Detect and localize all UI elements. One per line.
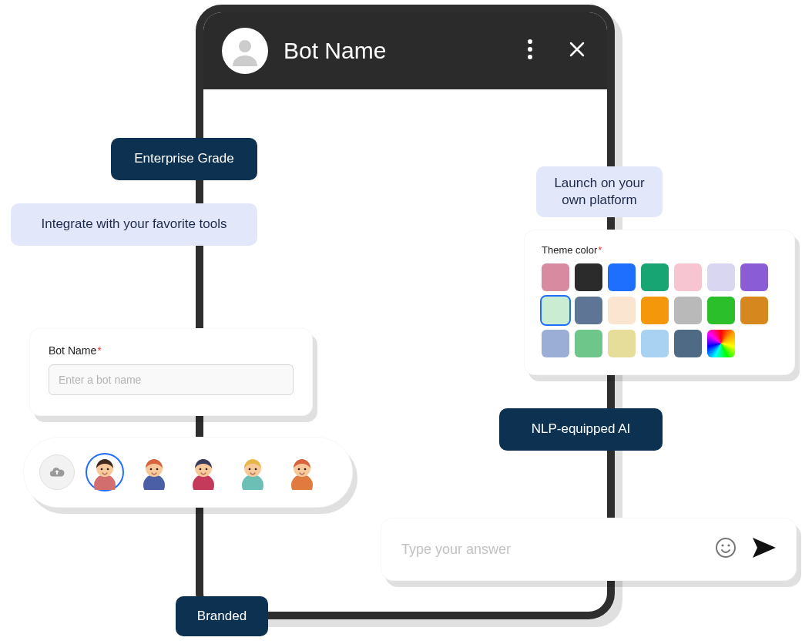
badge-integrate: Integrate with your favorite tools	[11, 203, 257, 246]
botname-label: Bot Name*	[49, 344, 294, 357]
color-swatch[interactable]	[542, 297, 569, 324]
color-swatch[interactable]	[608, 297, 636, 324]
close-icon[interactable]	[565, 38, 589, 64]
bot-avatar	[222, 28, 268, 74]
avatar-option[interactable]	[135, 453, 173, 491]
required-asterisk: *	[598, 244, 602, 256]
color-swatch[interactable]	[575, 263, 602, 291]
color-swatch[interactable]	[674, 297, 702, 324]
svg-point-0	[239, 40, 251, 52]
color-swatch-grid	[542, 263, 777, 357]
badge-enterprise: Enterprise Grade	[111, 138, 257, 180]
svg-point-7	[107, 468, 109, 471]
botname-card: Bot Name*	[29, 328, 313, 416]
color-swatch[interactable]	[575, 330, 602, 357]
color-picker-swatch[interactable]	[707, 330, 735, 357]
svg-point-18	[249, 468, 251, 471]
color-swatch[interactable]	[641, 263, 669, 291]
avatar-option[interactable]	[184, 453, 223, 491]
color-swatch[interactable]	[674, 263, 702, 291]
svg-point-10	[150, 468, 153, 471]
svg-point-1	[528, 39, 532, 44]
color-swatch[interactable]	[608, 330, 636, 357]
avatar-option[interactable]	[86, 453, 124, 491]
avatar-picker	[23, 437, 353, 508]
chat-input-bar	[381, 518, 797, 581]
color-swatch[interactable]	[740, 263, 768, 291]
theme-label: Theme color*	[542, 244, 777, 256]
svg-point-25	[721, 544, 723, 546]
theme-card: Theme color*	[524, 230, 795, 375]
color-swatch[interactable]	[641, 297, 669, 324]
svg-point-15	[206, 468, 208, 471]
svg-point-3	[528, 55, 532, 59]
svg-point-19	[255, 468, 257, 471]
color-swatch[interactable]	[707, 263, 735, 291]
svg-point-23	[304, 468, 307, 471]
emoji-icon[interactable]	[714, 536, 737, 562]
color-swatch[interactable]	[608, 263, 636, 291]
menu-kebab-icon[interactable]	[524, 35, 536, 66]
svg-point-26	[727, 544, 730, 546]
upload-avatar-button[interactable]	[39, 454, 75, 490]
color-swatch[interactable]	[674, 330, 702, 357]
badge-label: NLP-equipped AI	[532, 421, 631, 438]
badge-label: Branded	[197, 608, 247, 625]
color-swatch[interactable]	[542, 330, 569, 357]
window-title: Bot Name	[284, 38, 508, 64]
badge-label: Enterprise Grade	[134, 150, 233, 167]
phone-header: Bot Name	[203, 12, 607, 89]
avatar-option[interactable]	[233, 453, 272, 491]
color-swatch[interactable]	[542, 263, 569, 291]
cloud-upload-icon	[49, 464, 65, 481]
botname-input[interactable]	[49, 364, 294, 395]
required-asterisk: *	[97, 344, 101, 357]
avatar-option[interactable]	[283, 453, 321, 491]
chat-input[interactable]	[400, 541, 705, 558]
color-swatch[interactable]	[740, 297, 768, 324]
badge-branded: Branded	[176, 596, 268, 636]
badge-label: Integrate with your favorite tools	[42, 216, 227, 233]
color-swatch[interactable]	[641, 330, 669, 357]
person-icon	[230, 35, 260, 66]
badge-nlp: NLP-equipped AI	[499, 408, 663, 451]
svg-point-24	[716, 538, 735, 557]
svg-point-22	[298, 468, 300, 471]
svg-point-6	[101, 468, 103, 471]
svg-point-11	[156, 468, 159, 471]
send-icon[interactable]	[751, 536, 777, 562]
badge-launch: Launch on your own platform	[536, 166, 663, 217]
color-swatch[interactable]	[575, 297, 602, 324]
svg-point-14	[200, 468, 202, 471]
color-swatch[interactable]	[707, 297, 735, 324]
svg-point-2	[528, 47, 532, 52]
badge-label: Launch on your own platform	[554, 175, 644, 209]
